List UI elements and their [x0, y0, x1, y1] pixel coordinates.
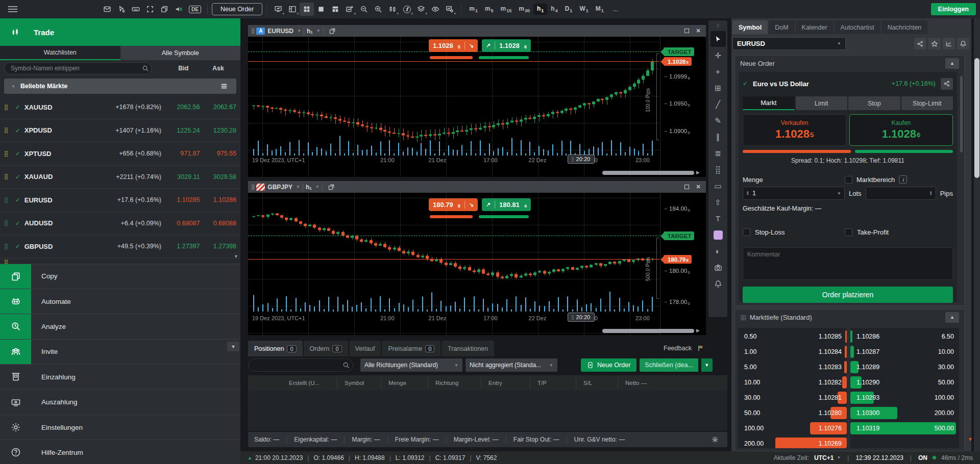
scrollbar-thumb[interactable] [602, 171, 694, 175]
order-type-markt[interactable]: Markt [743, 96, 795, 110]
watchlist-row-audusd[interactable]: ⣿✓AUDUSD+6.4 (+0.09%)0.680870.68088 [0, 212, 240, 236]
feedback-link[interactable]: Feedback [664, 343, 707, 354]
dom-bid-row[interactable]: 10.001.10282 [738, 375, 847, 390]
indicators-button[interactable]: ▼ [385, 3, 400, 16]
watchlist-row-xauusd[interactable]: ⣿✓XAUUSD+1678 (+0.82%)2062.562062.67 [0, 96, 240, 119]
close-all-button[interactable]: Schließen (dea... [640, 358, 698, 372]
market-range-checkbox[interactable] [845, 176, 852, 184]
tab-watchlists[interactable]: Watchlisten [0, 46, 120, 60]
tab-preisalarme[interactable]: Preisalarme0 [382, 341, 440, 356]
card-scrollbar[interactable] [960, 76, 963, 152]
hamburger-menu-icon[interactable] [4, 3, 21, 15]
chart-h-scrollbar[interactable]: ▶ [250, 329, 704, 333]
stepper-arrows-icon[interactable]: ▲▼ [746, 191, 749, 196]
arrow-up-icon[interactable]: ⇧ [710, 194, 726, 210]
watchlist-bid[interactable]: 1.10285 [161, 196, 200, 203]
drag-dots-icon[interactable]: ⣿ [4, 220, 11, 226]
dom-bid-row[interactable]: 100.001.10276 [738, 421, 847, 436]
watchlist-scroll-down-icon[interactable]: ▼ [234, 254, 238, 259]
fibonacci-icon[interactable]: ≣ [710, 145, 726, 161]
tab-ordern[interactable]: Ordern0 [304, 341, 348, 356]
menu-collapse-button[interactable]: ▼ [227, 342, 239, 351]
split-view-button[interactable] [328, 3, 342, 16]
aggregation-filter-dropdown[interactable]: Nicht aggregiert (Standa... ▼ [465, 358, 557, 372]
trend-line-icon[interactable]: ╱ [710, 96, 726, 112]
drag-dots-icon[interactable]: ⣿ [4, 127, 11, 134]
watchlist-group-header[interactable]: ▼ Beliebte Märkte [4, 79, 236, 94]
panel-layout-button[interactable]: ▼ [285, 3, 300, 16]
touch-settings-button[interactable] [114, 3, 129, 16]
target-price-line[interactable] [248, 236, 659, 236]
watchlist-ask[interactable]: 3029.58 [200, 173, 236, 181]
dom-ask-row[interactable]: 1.10300200.00 [850, 405, 959, 421]
watchlist-ask[interactable]: 1.27398 [200, 243, 236, 250]
order-type-limit[interactable]: Limit [796, 96, 848, 110]
fullscreen-button[interactable] [143, 3, 157, 16]
login-button[interactable]: Einloggen [931, 3, 976, 15]
chart-timeframe[interactable]: h1 [307, 28, 313, 35]
menu-item-auszahlung[interactable]: Auszahlung [0, 389, 240, 414]
dom-ask-row[interactable]: 1.102866.50 [850, 329, 959, 344]
watchlist-bid[interactable]: 2062.56 [161, 104, 200, 111]
bell-icon[interactable] [710, 276, 726, 292]
comment-textarea[interactable] [743, 247, 953, 280]
close-button[interactable]: ✕ [694, 183, 703, 191]
menu-item-invite[interactable]: Invite [0, 339, 240, 364]
dom-bid-row[interactable]: 200.001.10269 [738, 436, 847, 448]
column-header-3[interactable]: Richtung [428, 378, 481, 388]
drag-dots-icon[interactable]: ⣿ [4, 150, 11, 157]
column-header-1[interactable]: Symbol [337, 378, 381, 388]
bell-icon[interactable] [957, 38, 969, 49]
chevron-down-icon[interactable]: ▼ [315, 185, 320, 189]
timeframe-m1[interactable]: m1 [465, 4, 481, 15]
quantity-stepper[interactable]: ▲▼ 1 ▼ [743, 187, 845, 200]
direction-filter-dropdown[interactable]: Alle Richtungen (Standard) ▼ [360, 358, 462, 372]
layers-button[interactable]: ▼ [414, 3, 428, 16]
right-tab-autochartist[interactable]: Autochartist [835, 20, 880, 34]
zoom-in-button[interactable] [371, 3, 385, 16]
place-order-button[interactable]: Order platzieren [743, 287, 953, 303]
right-tab-nachrichten[interactable]: Nachrichten [881, 20, 928, 34]
chart-settings-button[interactable]: ▼ [443, 3, 457, 16]
watchlist-bid[interactable]: 1225.24 [161, 127, 200, 134]
language-badge[interactable]: DE [189, 6, 201, 13]
pencil-icon[interactable]: ✎ [710, 113, 726, 128]
chevron-down-icon[interactable]: ▼ [316, 29, 321, 33]
timezone-selector[interactable]: UTC+1 ▼ [814, 454, 841, 461]
column-header-4[interactable]: Entry [481, 378, 530, 388]
timeframe-m30[interactable]: m30 [515, 4, 533, 15]
chart-h-scrollbar[interactable]: ▶ [250, 171, 704, 175]
price-axis[interactable]: 184.000180.000178.000TARGET180.798 [660, 193, 706, 335]
maximize-button[interactable] [682, 183, 691, 191]
more-timeframes-button[interactable]: ... [608, 3, 623, 16]
share-icon[interactable] [941, 78, 953, 90]
dom-scroll-down-icon[interactable]: ▼ [968, 436, 973, 442]
chart-sell-chip[interactable]: 180.798↘ [429, 198, 478, 211]
eye-button[interactable] [428, 3, 443, 16]
dom-ask-row[interactable]: 1.10319500.00 [850, 421, 959, 436]
drag-dots-icon[interactable]: ⣿ [4, 243, 11, 250]
chevron-down-icon[interactable]: ▼ [296, 185, 300, 189]
buy-button[interactable]: Kaufen 1.10286 [849, 114, 953, 146]
star-icon[interactable] [928, 38, 941, 49]
candlestick-canvas[interactable] [248, 193, 659, 335]
target-label-chip[interactable]: TARGET [664, 231, 694, 240]
collapse-section-button[interactable]: ▲ [945, 312, 959, 323]
drag-handle-icon[interactable]: ⠿ [710, 21, 726, 31]
stepper-arrows-icon[interactable]: ▲▼ [929, 191, 933, 196]
chart-icon[interactable] [943, 38, 955, 49]
price-axis[interactable]: 1.099991.095001.09000TARGET1.10285 [660, 37, 706, 177]
timeframe-D1[interactable]: D1 [561, 4, 576, 15]
timeframe-h1[interactable]: h1 [533, 4, 547, 15]
column-header-5[interactable]: T/P [530, 378, 576, 388]
right-tab-kalender[interactable]: Kalender [796, 20, 834, 34]
cross-tool-icon[interactable]: ⊞ [710, 80, 726, 96]
menu-item-hilfe-zentrum[interactable]: Hilfe-Zentrum [0, 440, 240, 464]
watchlist-ask[interactable]: 0.68088 [200, 220, 236, 227]
crosshair-icon[interactable]: ✛ [710, 47, 726, 63]
menu-item-einzahlung[interactable]: Einzahlung [0, 364, 240, 389]
chart-buy-chip[interactable]: ↗180.814 [482, 198, 531, 211]
watchlist-row-xptusd[interactable]: ⣿✓XPTUSD+656 (+0.68%)971.87975.55 [0, 142, 240, 166]
current-price-chip[interactable]: 180.798 [664, 255, 692, 264]
info-icon[interactable]: i [899, 175, 907, 184]
